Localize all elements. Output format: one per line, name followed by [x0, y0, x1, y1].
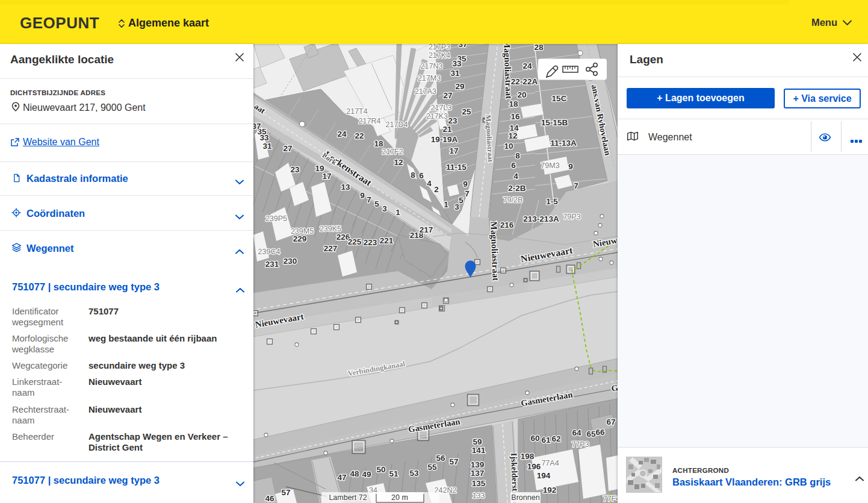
svg-text:50: 50 — [376, 465, 385, 474]
svg-text:5: 5 — [374, 199, 379, 208]
svg-text:21: 21 — [442, 125, 452, 134]
svg-text:57: 57 — [281, 488, 290, 497]
svg-text:1-5: 1-5 — [546, 197, 558, 206]
svg-text:66: 66 — [595, 428, 605, 437]
svg-text:77F4: 77F4 — [603, 495, 618, 503]
svg-text:227: 227 — [324, 244, 338, 253]
svg-text:9: 9 — [463, 180, 468, 189]
svg-text:18: 18 — [374, 139, 383, 148]
svg-text:59: 59 — [473, 437, 482, 446]
svg-text:67: 67 — [606, 417, 615, 426]
svg-text:2: 2 — [434, 185, 439, 194]
svg-text:213-213A: 213-213A — [523, 214, 559, 223]
svg-text:28: 28 — [534, 43, 544, 52]
svg-text:16: 16 — [510, 112, 520, 121]
svg-text:137: 137 — [471, 469, 485, 478]
svg-text:1: 1 — [444, 200, 448, 209]
svg-text:141: 141 — [472, 446, 486, 455]
svg-text:8: 8 — [411, 170, 415, 180]
svg-text:51: 51 — [389, 469, 398, 478]
svg-text:217R4: 217R4 — [359, 117, 381, 125]
svg-text:10: 10 — [504, 142, 513, 151]
svg-text:31: 31 — [450, 69, 460, 78]
svg-text:11-13A: 11-13A — [550, 139, 577, 148]
svg-text:G: G — [610, 383, 618, 393]
svg-text:4: 4 — [427, 179, 432, 188]
svg-text:18: 18 — [509, 99, 518, 108]
svg-text:27: 27 — [443, 91, 452, 100]
svg-text:7: 7 — [367, 195, 371, 204]
svg-text:239P5: 239P5 — [265, 214, 287, 223]
svg-text:217K4: 217K4 — [429, 51, 450, 60]
svg-text:139: 139 — [471, 460, 485, 469]
svg-text:15-15B: 15-15B — [541, 118, 568, 127]
svg-text:17: 17 — [449, 146, 458, 155]
svg-text:27: 27 — [283, 144, 292, 153]
svg-text:3: 3 — [454, 202, 459, 211]
svg-text:223: 223 — [364, 238, 377, 247]
svg-text:217: 217 — [420, 225, 433, 234]
svg-text:6: 6 — [419, 171, 424, 180]
svg-text:31: 31 — [262, 142, 272, 151]
svg-text:9: 9 — [360, 191, 365, 200]
svg-text:229: 229 — [293, 234, 307, 243]
svg-text:1: 1 — [395, 208, 400, 217]
svg-text:62: 62 — [551, 434, 560, 443]
svg-text:6: 6 — [511, 161, 516, 170]
svg-text:11-15: 11-15 — [446, 163, 467, 172]
svg-text:64: 64 — [572, 428, 581, 437]
svg-text:57: 57 — [449, 457, 458, 466]
svg-text:23: 23 — [290, 165, 300, 174]
svg-text:33: 33 — [259, 133, 269, 142]
svg-text:20 m: 20 m — [391, 493, 408, 502]
svg-text:20: 20 — [517, 90, 526, 99]
svg-text:65: 65 — [586, 430, 596, 439]
svg-text:47: 47 — [337, 473, 346, 482]
svg-text:55: 55 — [427, 463, 437, 472]
svg-text:49: 49 — [362, 470, 371, 479]
svg-text:217F2: 217F2 — [382, 148, 403, 156]
svg-text:194: 194 — [537, 471, 551, 480]
svg-text:Bronnen: Bronnen — [511, 493, 539, 502]
svg-text:46: 46 — [265, 494, 274, 503]
svg-text:239K5: 239K5 — [320, 225, 341, 233]
svg-text:7: 7 — [574, 181, 578, 190]
svg-text:24: 24 — [337, 130, 347, 139]
svg-text:230: 230 — [284, 257, 297, 266]
svg-text:217M3: 217M3 — [418, 74, 441, 83]
svg-text:53: 53 — [409, 469, 419, 478]
svg-text:196: 196 — [527, 462, 541, 471]
svg-text:22: 22 — [355, 131, 364, 140]
svg-text:231: 231 — [265, 260, 279, 269]
svg-text:22-22A: 22-22A — [511, 77, 538, 86]
svg-text:3: 3 — [382, 204, 387, 213]
svg-text:79/2B: 79/2B — [503, 196, 523, 204]
svg-text:217T4: 217T4 — [346, 107, 367, 116]
svg-text:5: 5 — [459, 196, 463, 205]
svg-text:217P3: 217P3 — [429, 43, 450, 51]
svg-text:9: 9 — [568, 162, 573, 171]
svg-text:77A4: 77A4 — [541, 459, 559, 467]
svg-text:17: 17 — [322, 172, 331, 181]
svg-text:198: 198 — [521, 452, 535, 461]
svg-text:217A3: 217A3 — [415, 87, 436, 96]
svg-text:4: 4 — [513, 172, 518, 181]
svg-text:37: 37 — [253, 122, 261, 131]
svg-text:60: 60 — [530, 434, 539, 443]
svg-text:61: 61 — [541, 436, 551, 445]
svg-text:25: 25 — [462, 107, 471, 116]
svg-text:12: 12 — [394, 158, 403, 167]
svg-text:Lambert 72: Lambert 72 — [329, 493, 367, 502]
svg-text:79P3: 79P3 — [563, 213, 580, 221]
svg-text:135: 135 — [472, 479, 486, 488]
svg-text:2-2B: 2-2B — [508, 184, 526, 193]
svg-text:239C4: 239C4 — [258, 248, 281, 256]
svg-text:56: 56 — [436, 454, 445, 463]
svg-text:77P3: 77P3 — [571, 440, 589, 449]
svg-text:24: 24 — [522, 61, 532, 70]
svg-text:48: 48 — [350, 469, 359, 478]
svg-text:217N3: 217N3 — [421, 62, 443, 70]
svg-text:15C: 15C — [552, 94, 567, 103]
svg-text:79M3: 79M3 — [541, 161, 559, 170]
svg-text:221: 221 — [380, 236, 394, 245]
